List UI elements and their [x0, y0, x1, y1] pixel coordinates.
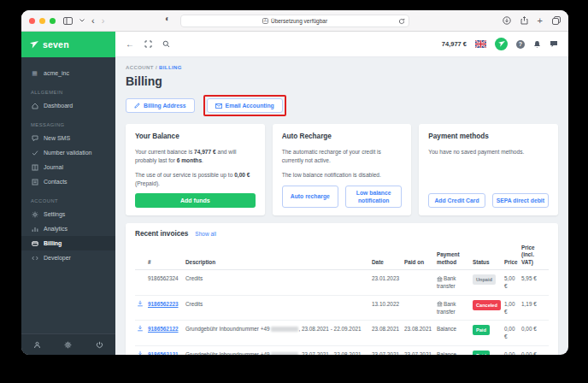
button-label: Email Accounting [226, 103, 274, 109]
settings-gear-icon[interactable] [64, 341, 72, 349]
sidebar-section-allgemein: ALLGEMEIN [31, 90, 106, 95]
seven-logo[interactable]: seven [21, 32, 115, 57]
browser-back-button[interactable]: ‹ [91, 16, 95, 26]
translate-icon[interactable]: A [262, 18, 268, 24]
email-accounting-button[interactable]: Email Accounting [207, 98, 283, 113]
sidebar-item-organization[interactable]: ▦ acme_inc [21, 66, 115, 80]
summary-cards: Your Balance Your current balance is 74,… [126, 124, 558, 215]
account-balance[interactable]: 74,977 € [442, 40, 467, 48]
billing-address-button[interactable]: Billing Address [126, 98, 195, 113]
table-row: 9186562223 Credits 13.10.2022 Bank trans… [135, 295, 549, 321]
fullscreen-icon[interactable] [144, 40, 152, 48]
chevron-down-icon[interactable] [79, 19, 85, 22]
address-bar[interactable]: A Übersetzung verfügbar [180, 15, 409, 27]
invoice-id-link[interactable]: 9186562121 [148, 351, 179, 355]
card-title: Your Balance [135, 132, 256, 143]
invoice-paid-on [403, 295, 435, 321]
chart-icon [31, 226, 38, 233]
sidebar-item-journal[interactable]: Journal [21, 160, 115, 174]
app-topbar: ← 74,977 € ? [115, 32, 568, 57]
chat-icon[interactable] [550, 40, 558, 48]
sidebar-toggle-icon[interactable] [63, 17, 73, 25]
invoice-description: Credits [184, 269, 370, 295]
nav-label: Contacts [44, 179, 68, 185]
home-icon [31, 103, 38, 109]
privacy-shield-icon[interactable]: ◐ [165, 14, 170, 23]
invoice-price-vat: 0,00 € [520, 345, 549, 355]
minimize-window-button[interactable] [39, 18, 45, 24]
address-bar-text: Übersetzung verfügbar [271, 18, 327, 24]
sidebar-item-settings[interactable]: Settings [21, 207, 115, 221]
invoice-paid-on: 23.07.2021 [403, 345, 435, 355]
table-row: 9186562324 Credits 23.01.2023 Bank trans… [135, 269, 549, 295]
invoices-title: Recent invoices [135, 230, 188, 238]
redacted-phone-number [271, 352, 298, 355]
browser-window: ‹ › ◐ A Übersetzung verfügbar + [21, 10, 568, 355]
breadcrumb-root[interactable]: ACCOUNT [126, 65, 154, 70]
sepa-direct-debit-button[interactable]: SEPA direct debit [492, 193, 549, 208]
invoice-date: 13.10.2022 [370, 295, 403, 321]
sidebar-item-number-validation[interactable]: Number validation [21, 145, 115, 160]
invoice-description: Credits [184, 295, 370, 321]
sidebar-item-developer[interactable]: Developer [21, 250, 115, 265]
download-invoice-icon[interactable] [137, 351, 144, 355]
paper-plane-icon [30, 41, 38, 49]
page-actions: Billing Address Email Accounting [126, 95, 558, 116]
sidebar-item-analytics[interactable]: Analytics [21, 221, 115, 236]
sidebar-item-contacts[interactable]: Contacts [21, 174, 115, 189]
logout-power-icon[interactable] [96, 341, 103, 349]
notifications-bell-icon[interactable] [533, 40, 541, 49]
profile-icon[interactable] [33, 341, 41, 349]
payment-methods-text: You have no saved payment methods. [428, 148, 549, 156]
auto-recharge-button[interactable]: Auto recharge [282, 186, 338, 208]
download-invoice-icon[interactable] [137, 325, 144, 332]
close-window-button[interactable] [29, 18, 35, 24]
language-flag-icon[interactable] [475, 40, 486, 48]
col-price: Price [503, 242, 520, 269]
gear-icon [31, 211, 38, 218]
recent-invoices-card: Recent invoices Show all # Description [126, 223, 558, 355]
help-icon[interactable]: ? [516, 40, 525, 49]
pencil-icon [134, 103, 140, 109]
sidebar: seven ▦ acme_inc ALLGEMEIN Dashboard MES… [21, 32, 115, 355]
grid-icon: ▦ [31, 70, 38, 77]
refresh-icon[interactable] [398, 18, 405, 25]
search-icon[interactable] [162, 40, 170, 48]
browser-forward-button[interactable]: › [102, 16, 105, 26]
nav-label: Number validation [44, 150, 91, 156]
new-tab-icon[interactable]: + [538, 15, 543, 26]
nav-label: Billing [44, 240, 62, 246]
show-all-link[interactable]: Show all [195, 231, 216, 237]
zoom-window-button[interactable] [50, 18, 56, 24]
sidebar-item-dashboard[interactable]: Dashboard [21, 98, 115, 113]
add-credit-card-button[interactable]: Add Credit Card [428, 193, 485, 208]
invoice-id-link[interactable]: 9186562122 [148, 326, 179, 332]
breadcrumb-separator: / [156, 65, 157, 70]
invoice-method: Bank transfer [435, 295, 471, 321]
contacts-icon [31, 179, 38, 186]
invoice-id-link[interactable]: 9186562223 [148, 301, 179, 307]
payment-methods-card: Payment methods You have no saved paymen… [419, 124, 558, 215]
add-funds-button[interactable]: Add funds [135, 193, 256, 208]
share-icon[interactable] [520, 16, 528, 25]
invoice-description: Grundgebühr Inboundnummer +49 , 23.07.20… [184, 345, 370, 355]
table-header-row: # Description Date Paid on Payment metho… [135, 242, 549, 269]
back-arrow-icon[interactable]: ← [126, 39, 134, 49]
sidebar-item-new-sms[interactable]: New SMS [21, 131, 115, 145]
auto-recharge-text: The automatic recharge of your credit is… [282, 148, 403, 165]
col-description: Description [184, 242, 370, 269]
page-content: ACCOUNT / BILLING Billing Billing Addres… [115, 57, 568, 355]
downloads-icon[interactable] [503, 16, 511, 25]
red-annotation-box: Email Accounting [203, 95, 286, 116]
tab-overview-icon[interactable] [552, 16, 561, 25]
col-date: Date [370, 242, 403, 269]
sidebar-item-billing[interactable]: Billing [21, 236, 115, 250]
invoice-date: 23.08.2021 [370, 321, 403, 346]
low-balance-notification-button[interactable]: Low balance notification [345, 186, 402, 208]
invoice-price: 0,00 € [503, 345, 520, 355]
invoice-id: 9186562324 [146, 269, 184, 295]
download-invoice-icon[interactable] [137, 300, 144, 307]
invoice-price: 0,00 € [503, 321, 520, 346]
invoices-table: # Description Date Paid on Payment metho… [135, 242, 549, 355]
avatar[interactable] [495, 38, 508, 50]
